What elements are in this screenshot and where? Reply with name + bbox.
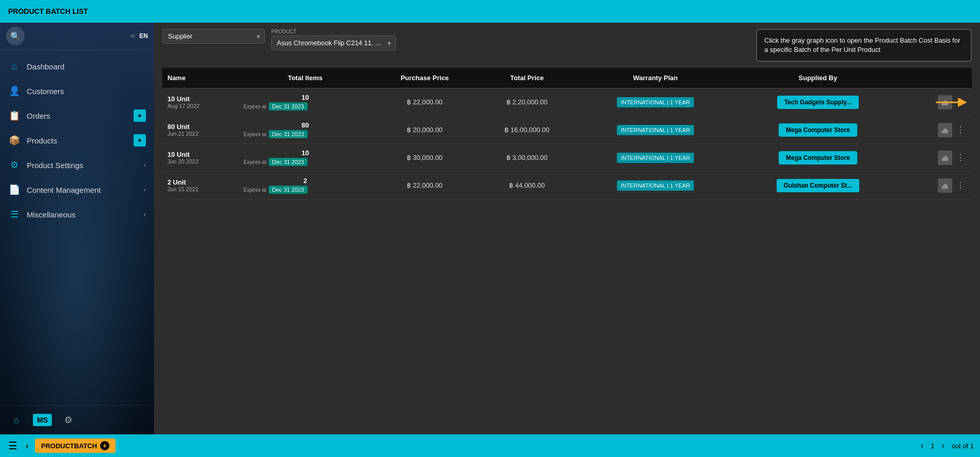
svg-rect-11 <box>944 157 945 161</box>
graph-icon <box>941 126 949 134</box>
cell-actions: ⋮ <box>901 172 972 199</box>
language-switch[interactable]: বাং EN <box>130 32 148 40</box>
cell-qty: 10 Expires at Dec 31 2023 <box>238 88 372 116</box>
table-row: 2 Unit Jun 15 2022 2 Expires at Dec 31 2… <box>162 172 972 199</box>
lang-bn[interactable]: বাং <box>130 33 135 40</box>
table-header-row: Name Total Items Purchase Price Total Pr… <box>162 68 972 88</box>
cell-actions: ⋮ <box>901 116 972 144</box>
page-total: out of 1 <box>952 442 974 450</box>
bottom-bar: ☰ ‹ PRODUCTBATCH + ‹ 1 › out of 1 <box>0 434 980 457</box>
chevron-right-icon: › <box>144 186 146 193</box>
svg-rect-10 <box>942 158 943 161</box>
lang-en[interactable]: EN <box>139 32 148 40</box>
svg-rect-12 <box>945 156 946 161</box>
cell-warranty: INTERNATIONAL | 1 YEAR <box>577 172 734 199</box>
search-icon-btn[interactable]: 🔍 <box>6 27 25 45</box>
products-add-btn[interactable]: + <box>134 134 146 147</box>
cell-name: 80 Unit Jun 21 2022 <box>162 116 238 144</box>
content-area: Supplier Product Asus Chromebook Flip C2… <box>154 23 980 434</box>
col-warranty-plan: Warranty Plan <box>577 68 734 88</box>
page-title: PRODUCT BATCH LIST <box>8 7 88 15</box>
next-page-button[interactable]: › <box>938 440 947 451</box>
svg-rect-17 <box>947 185 948 189</box>
product-batch-label: PRODUCTBATCH <box>41 442 97 450</box>
more-options-button[interactable]: ⋮ <box>954 152 967 163</box>
content-management-icon: 📄 <box>8 184 21 196</box>
chevron-right-icon: › <box>144 211 146 218</box>
sidebar-item-label: Customers <box>27 87 146 96</box>
svg-rect-8 <box>945 128 946 133</box>
hamburger-button[interactable]: ☰ <box>6 437 20 454</box>
more-options-button[interactable]: ⋮ <box>954 124 967 136</box>
cell-supplier: Tech Gadgets Supply... <box>734 88 901 116</box>
home-footer-icon[interactable]: ⌂ <box>8 412 25 428</box>
tooltip-box: Click the gray graph icon to open the Pr… <box>756 29 972 62</box>
sidebar-item-content-management[interactable]: 📄 Content Management › <box>0 177 154 202</box>
sidebar-item-product-settings[interactable]: ⚙ Product Settings › <box>0 153 154 177</box>
bottom-left: ☰ ‹ PRODUCTBATCH + <box>6 437 116 454</box>
sidebar-item-products[interactable]: 📦 Products + <box>0 128 154 153</box>
sidebar-item-dashboard[interactable]: ⌂ Dashboard <box>0 54 154 79</box>
table-row: 80 Unit Jun 21 2022 80 Expires at Dec 31… <box>162 116 972 144</box>
add-batch-button[interactable]: + <box>100 441 109 450</box>
sidebar-item-orders[interactable]: 📋 Orders + <box>0 103 154 128</box>
orders-add-btn[interactable]: + <box>134 109 146 122</box>
chevron-right-icon: › <box>144 161 146 169</box>
pagination: ‹ 1 › out of 1 <box>918 440 974 451</box>
table-row: 10 Unit Jun 20 2022 10 Expires at Dec 31… <box>162 144 972 172</box>
supplier-button[interactable]: Gulshan Computer St... <box>777 179 859 192</box>
cell-qty: 2 Expires at Dec 31 2023 <box>238 172 372 199</box>
cell-purchase-price: ฿ 30,000.00 <box>372 144 477 172</box>
col-actions <box>901 68 972 88</box>
supplier-select[interactable]: Supplier <box>162 29 265 44</box>
sidebar: 🔍 বাং EN ⌂ Dashboard 👤 Customers <box>0 23 154 434</box>
supplier-select-wrapper: Supplier <box>162 29 265 44</box>
supplier-button[interactable]: Tech Gadgets Supply... <box>777 96 859 109</box>
svg-rect-15 <box>944 185 945 189</box>
table-row: 10 Unit Aug 17 2022 10 Expires at Dec 31… <box>162 88 972 116</box>
prev-page-button[interactable]: ‹ <box>918 440 927 451</box>
sidebar-top: 🔍 বাং EN <box>0 23 154 50</box>
graph-icon-button[interactable] <box>938 151 952 165</box>
svg-rect-6 <box>942 131 943 133</box>
svg-rect-7 <box>944 129 945 133</box>
sidebar-item-label: Orders <box>27 112 127 120</box>
sidebar-nav: ⌂ Dashboard 👤 Customers 📋 Orders + 📦 <box>0 50 154 405</box>
sidebar-item-miscellaneous[interactable]: ☰ Miscellaneous › <box>0 202 154 227</box>
supplier-button[interactable]: Mega Computer Store <box>779 123 857 137</box>
more-options-button[interactable]: ⋮ <box>954 179 967 191</box>
dashboard-icon: ⌂ <box>8 60 21 72</box>
col-purchase-price: Purchase Price <box>372 68 477 88</box>
sidebar-item-label: Products <box>27 136 127 145</box>
supplier-button[interactable]: Mega Computer Store <box>779 151 857 164</box>
svg-rect-13 <box>947 157 948 161</box>
cell-purchase-price: ฿ 22,000.00 <box>372 172 477 199</box>
cell-warranty: INTERNATIONAL | 1 YEAR <box>577 88 734 116</box>
filter-bar: Supplier Product Asus Chromebook Flip C2… <box>154 23 980 68</box>
cell-qty: 10 Expires at Dec 31 2023 <box>238 144 372 172</box>
sidebar-item-label: Content Management <box>27 186 138 194</box>
col-total-price: Total Price <box>477 68 576 88</box>
graph-icon-button[interactable] <box>938 178 952 193</box>
col-total-items: Total Items <box>238 68 372 88</box>
cell-purchase-price: ฿ 20,000.00 <box>372 116 477 144</box>
ms-badge: MS <box>33 414 52 426</box>
settings-footer-icon[interactable]: ⚙ <box>60 412 77 428</box>
cell-actions: ⋮ <box>901 88 972 116</box>
top-bar: PRODUCT BATCH LIST <box>0 0 980 23</box>
cell-warranty: INTERNATIONAL | 1 YEAR <box>577 144 734 172</box>
product-select[interactable]: Asus Chromebook Flip C214 11. ... <box>271 35 396 50</box>
back-button[interactable]: ‹ <box>24 438 31 453</box>
sidebar-content: 🔍 বাং EN ⌂ Dashboard 👤 Customers <box>0 23 154 434</box>
orders-icon: 📋 <box>8 109 21 122</box>
graph-icon <box>941 182 949 189</box>
sidebar-item-customers[interactable]: 👤 Customers <box>0 79 154 103</box>
table-container: Name Total Items Purchase Price Total Pr… <box>154 68 980 434</box>
batch-table: Name Total Items Purchase Price Total Pr… <box>162 68 972 199</box>
graph-icon <box>941 154 949 161</box>
cell-total-price: ฿ 44,000.00 <box>477 172 576 199</box>
graph-icon-button[interactable] <box>938 123 952 137</box>
cell-supplier: Gulshan Computer St... <box>734 172 901 199</box>
page-current: 1 <box>931 442 934 450</box>
cell-name: 10 Unit Aug 17 2022 <box>162 88 238 116</box>
